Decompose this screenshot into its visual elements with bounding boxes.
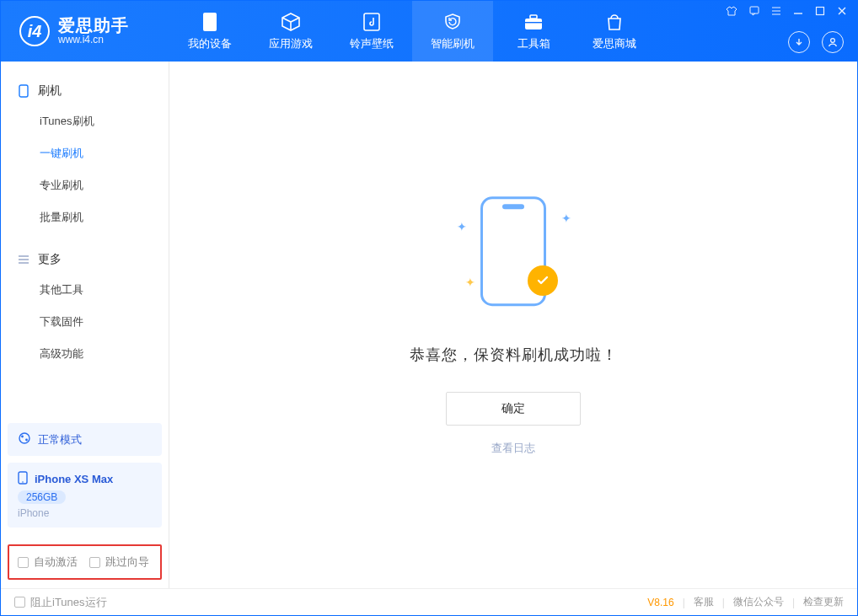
device-info-card[interactable]: iPhone XS Max 256GB iPhone [8, 463, 162, 528]
options-highlight-box: 自动激活 跳过向导 [8, 544, 162, 580]
shirt-icon[interactable] [726, 6, 737, 16]
sparkle-icon: ✦ [465, 276, 475, 289]
nav-label: 智能刷机 [431, 36, 475, 51]
menu-icon[interactable] [771, 6, 781, 16]
svg-point-11 [25, 439, 28, 442]
version-label: V8.16 [647, 597, 673, 608]
toolbox-icon [523, 11, 544, 33]
phone-icon [16, 84, 31, 98]
window-controls [726, 6, 847, 16]
nav-ringtone-wallpaper[interactable]: 铃声壁纸 [331, 1, 412, 62]
header-right [726, 1, 847, 62]
view-log-link[interactable]: 查看日志 [491, 441, 535, 456]
svg-rect-4 [525, 22, 542, 23]
sidebar-item-pro-flash[interactable]: 专业刷机 [1, 169, 169, 201]
check-badge-icon [528, 265, 558, 296]
main-content: ✦ ✦ ✦ 恭喜您，保资料刷机成功啦！ 确定 查看日志 [169, 62, 857, 588]
svg-rect-5 [750, 7, 759, 13]
header: i4 爱思助手 www.i4.cn 我的设备 应用游戏 [1, 1, 857, 62]
footer: 阻止iTunes运行 V8.16 | 客服 | 微信公众号 | 检查更新 [1, 588, 857, 615]
checkbox-label: 自动激活 [34, 554, 78, 570]
success-illustration: ✦ ✦ ✦ [450, 195, 576, 321]
sidebar-group-title: 刷机 [38, 83, 62, 99]
nav-label: 我的设备 [188, 36, 232, 51]
nav-label: 铃声壁纸 [350, 36, 394, 51]
body: 刷机 iTunes刷机 一键刷机 专业刷机 批量刷机 更多 其他工具 下载固件 … [1, 62, 857, 588]
download-button[interactable] [788, 31, 810, 53]
sidebar: 刷机 iTunes刷机 一键刷机 专业刷机 批量刷机 更多 其他工具 下载固件 … [1, 62, 169, 588]
device-mode-card[interactable]: 正常模式 [8, 423, 162, 456]
sidebar-group-more: 更多 [1, 245, 169, 274]
nav-tabs: 我的设备 应用游戏 铃声壁纸 智能刷机 [169, 1, 655, 62]
bag-icon [605, 11, 624, 33]
device-name: iPhone XS Max [35, 473, 113, 485]
cube-icon [280, 11, 302, 33]
nav-store[interactable]: 爱思商城 [574, 1, 655, 62]
svg-rect-3 [530, 15, 537, 19]
svg-point-13 [22, 481, 24, 483]
nav-smart-flash[interactable]: 智能刷机 [412, 1, 493, 62]
nav-label: 爱思商城 [593, 36, 636, 51]
mode-icon [18, 431, 31, 447]
wechat-link[interactable]: 微信公众号 [733, 595, 784, 609]
checkbox-icon [18, 557, 29, 568]
list-icon [16, 254, 31, 265]
nav-my-device[interactable]: 我的设备 [169, 1, 250, 62]
checkbox-icon [14, 597, 25, 608]
close-icon[interactable] [837, 6, 847, 16]
svg-point-9 [19, 433, 29, 443]
nav-label: 应用游戏 [269, 36, 313, 51]
device-capacity: 256GB [18, 490, 66, 504]
svg-rect-6 [817, 8, 824, 15]
checkbox-label: 阻止iTunes运行 [30, 595, 107, 610]
sidebar-item-itunes-flash[interactable]: iTunes刷机 [1, 105, 169, 137]
checkbox-icon [89, 557, 100, 568]
user-button[interactable] [822, 31, 844, 53]
logo-icon: i4 [19, 16, 50, 46]
sparkle-icon: ✦ [457, 220, 467, 233]
sidebar-item-batch-flash[interactable]: 批量刷机 [1, 201, 169, 233]
sparkle-icon: ✦ [561, 212, 571, 225]
check-update-link[interactable]: 检查更新 [803, 595, 844, 609]
app-window: i4 爱思助手 www.i4.cn 我的设备 应用游戏 [0, 0, 858, 616]
confirm-button[interactable]: 确定 [446, 392, 581, 426]
user-controls [788, 31, 847, 53]
feedback-icon[interactable] [749, 6, 759, 16]
svg-rect-0 [203, 13, 217, 31]
sidebar-group-flash: 刷机 [1, 77, 169, 105]
checkbox-auto-activate[interactable]: 自动激活 [18, 554, 78, 570]
phone-icon [18, 471, 28, 487]
sidebar-item-advanced[interactable]: 高级功能 [1, 338, 169, 370]
checkbox-skip-guide[interactable]: 跳过向导 [89, 554, 149, 570]
svg-point-7 [831, 39, 835, 43]
maximize-icon[interactable] [815, 6, 825, 16]
support-link[interactable]: 客服 [694, 595, 714, 609]
music-file-icon [362, 11, 381, 33]
success-message: 恭喜您，保资料刷机成功啦！ [410, 345, 618, 365]
app-subtitle: www.i4.cn [58, 35, 129, 46]
device-mode-label: 正常模式 [38, 432, 82, 447]
sidebar-item-other-tools[interactable]: 其他工具 [1, 274, 169, 306]
logo: i4 爱思助手 www.i4.cn [1, 1, 169, 62]
nav-toolbox[interactable]: 工具箱 [493, 1, 574, 62]
svg-rect-8 [19, 85, 28, 97]
svg-point-10 [21, 436, 24, 438]
checkbox-block-itunes[interactable]: 阻止iTunes运行 [14, 595, 107, 610]
checkbox-label: 跳过向导 [105, 554, 149, 570]
nav-apps-games[interactable]: 应用游戏 [250, 1, 331, 62]
device-icon [202, 11, 217, 33]
minimize-icon[interactable] [793, 6, 803, 16]
sidebar-group-title: 更多 [38, 252, 62, 267]
nav-label: 工具箱 [517, 36, 550, 51]
sidebar-item-download-firmware[interactable]: 下载固件 [1, 306, 169, 338]
app-title: 爱思助手 [58, 16, 129, 35]
svg-rect-2 [525, 19, 542, 29]
sidebar-item-oneclick-flash[interactable]: 一键刷机 [1, 137, 169, 169]
refresh-shield-icon [442, 11, 463, 33]
device-panels: 正常模式 iPhone XS Max 256GB iPhone [1, 416, 169, 541]
device-type: iPhone [18, 507, 49, 519]
